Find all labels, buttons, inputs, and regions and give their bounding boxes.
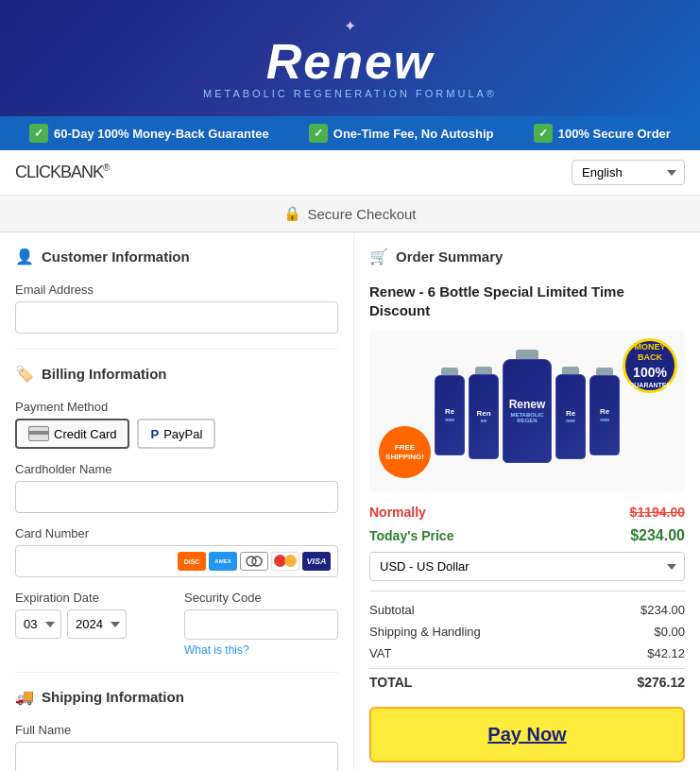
visa-icon: VISA xyxy=(302,552,331,571)
today-label: Today's Price xyxy=(369,528,453,543)
bottle-back-right-1: Re new xyxy=(555,367,586,459)
bottle-label: Re xyxy=(566,410,575,419)
shipping-value: $0.00 xyxy=(654,625,685,639)
customer-icon: 👤 xyxy=(15,248,34,266)
expiry-year-select[interactable]: 202420252026 2027202820292030 xyxy=(67,609,127,639)
bottle-body: Re new xyxy=(555,374,586,459)
bottle-label: Renew xyxy=(509,399,546,411)
bottle-back-center: Ren ew xyxy=(469,367,499,459)
guarantee-bar: ✓ 60-Day 100% Money-Back Guarantee ✓ One… xyxy=(0,116,700,150)
cvv-group: Security Code What is this? xyxy=(184,591,338,657)
guarantee-item-one-time: ✓ One-Time Fee, No Autoship xyxy=(309,124,494,143)
expiry-month-select[interactable]: 01020304 05060708 09101112 xyxy=(15,609,61,639)
bottle-sublabel: new xyxy=(445,417,454,422)
diners-icon xyxy=(240,552,268,571)
shipping-icon: 🚚 xyxy=(15,688,34,706)
shipping-info-title: Shipping Information xyxy=(42,689,184,705)
vat-label: VAT xyxy=(369,646,391,660)
normally-price-row: Normally $1194.00 xyxy=(369,505,685,520)
product-image-container: MONEY BACK 100% GUARANTEE Re new xyxy=(369,331,685,491)
bottle-sublabel: new xyxy=(566,418,575,423)
currency-select-wrap: USD - US Dollar EUR - Euro GBP - British… xyxy=(369,552,685,581)
today-price: $234.00 xyxy=(630,527,685,544)
divider-2 xyxy=(15,672,338,673)
header-banner: ✦ Renew METABOLIC REGENERATION FORMULA® xyxy=(0,0,700,116)
billing-info-title: Billing Information xyxy=(42,366,167,382)
bottle-label: Re xyxy=(445,408,454,417)
bottle-body: Re new xyxy=(589,375,620,455)
bottle-sublabel: METABOLICREGEN xyxy=(510,412,543,423)
cvv-label: Security Code xyxy=(184,591,338,605)
free-shipping-badge: FREE SHIPPING! xyxy=(379,426,431,478)
email-label: Email Address xyxy=(15,283,338,297)
divider-1 xyxy=(15,349,338,350)
pay-now-button[interactable]: Pay Now xyxy=(369,707,685,762)
bottle-body: Ren ew xyxy=(469,374,499,459)
full-name-label: Full Name xyxy=(15,723,338,737)
order-summary-title: Order Summary xyxy=(396,248,503,265)
language-select[interactable]: English Spanish French German Portuguese xyxy=(572,160,685,185)
money-back-badge: MONEY BACK 100% GUARANTEE xyxy=(623,338,677,393)
bottle-sublabel: new xyxy=(600,417,609,422)
free-text: FREE xyxy=(395,443,415,453)
vat-value: $42.12 xyxy=(647,646,685,660)
bottle-cap xyxy=(562,367,579,374)
subtotal-row: Subtotal $234.00 xyxy=(369,599,685,621)
cvv-input[interactable] xyxy=(184,609,338,640)
brand-sub: METABOLIC REGENERATION FORMULA® xyxy=(9,88,691,99)
normally-price: $1194.00 xyxy=(630,505,685,520)
lock-icon: 🔒 xyxy=(283,205,301,222)
bottle-cap xyxy=(475,367,492,374)
credit-card-button[interactable]: Credit Card xyxy=(15,419,129,449)
cardholder-label: Cardholder Name xyxy=(15,462,338,476)
email-form-group: Email Address xyxy=(15,283,338,334)
card-icons: DISC AMEX VISA xyxy=(178,552,331,571)
guarantee-text-one-time: One-Time Fee, No Autoship xyxy=(333,127,494,141)
bottle-label: Ren xyxy=(476,410,490,419)
main-content: 👤 Customer Information Email Address 🏷️ … xyxy=(0,232,700,771)
clickbank-logo: CLICKBANK® xyxy=(15,163,109,182)
shipping-info-header: 🚚 Shipping Information xyxy=(15,688,338,710)
order-summary-header: 🛒 Order Summary xyxy=(369,248,685,269)
paypal-icon: P xyxy=(150,427,159,441)
customer-info-header: 👤 Customer Information xyxy=(15,248,338,269)
expiry-cvv-row: Expiration Date 01020304 05060708 091011… xyxy=(15,591,338,657)
check-icon-money-back: ✓ xyxy=(29,124,48,143)
guarantee-item-money-back: ✓ 60-Day 100% Money-Back Guarantee xyxy=(29,124,269,143)
clickbank-thin: BANK xyxy=(60,163,103,181)
credit-card-icon xyxy=(28,426,49,441)
full-name-form-group: Full Name xyxy=(15,723,338,771)
header-star: ✦ xyxy=(9,17,691,35)
credit-card-label: Credit Card xyxy=(54,427,116,441)
payment-method-group: Payment Method Credit Card P PayPal xyxy=(15,400,338,449)
payment-methods: Credit Card P PayPal xyxy=(15,419,338,449)
cardholder-form-group: Cardholder Name xyxy=(15,462,338,513)
bottle-label: Re xyxy=(600,408,609,417)
total-label: TOTAL xyxy=(369,675,412,690)
expiry-group: Expiration Date 01020304 05060708 091011… xyxy=(15,591,169,639)
shipping-row: Shipping & Handling $0.00 xyxy=(369,621,685,642)
product-title: Renew - 6 Bottle Special Limited Time Di… xyxy=(369,283,685,319)
guarantee-text-money-back: 60-Day 100% Money-Back Guarantee xyxy=(54,127,269,141)
bottle-sublabel: ew xyxy=(481,418,487,423)
paypal-label: PayPal xyxy=(163,427,202,441)
bottle-back-left: Re new xyxy=(435,368,465,455)
bottle-cap xyxy=(441,368,458,375)
currency-select[interactable]: USD - US Dollar EUR - Euro GBP - British… xyxy=(369,552,685,581)
amex-icon: AMEX xyxy=(209,552,237,571)
bottle-body: Re new xyxy=(435,375,465,455)
card-number-label: Card Number xyxy=(15,526,338,540)
check-icon-secure: ✓ xyxy=(534,124,553,143)
cardholder-input[interactable] xyxy=(15,481,338,513)
subtotal-value: $234.00 xyxy=(640,603,685,617)
shipping-text: SHIPPING! xyxy=(385,453,424,462)
mastercard-icon xyxy=(271,552,299,571)
what-is-this-link[interactable]: What is this? xyxy=(184,643,338,657)
clickbank-bold: CLICK xyxy=(15,163,60,181)
email-input[interactable] xyxy=(15,301,338,334)
expiry-label: Expiration Date xyxy=(15,591,169,605)
bottle-body: Renew METABOLICREGEN xyxy=(503,359,552,463)
full-name-input[interactable] xyxy=(15,742,338,771)
paypal-button[interactable]: P PayPal xyxy=(137,419,215,449)
svg-point-1 xyxy=(252,557,262,566)
